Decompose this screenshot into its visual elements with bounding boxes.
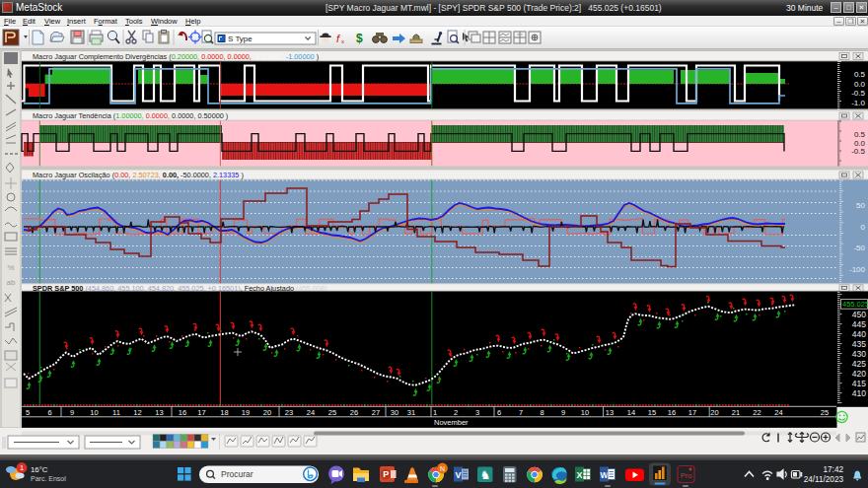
svg-text:25: 25 xyxy=(328,408,336,417)
svg-text:10: 10 xyxy=(581,408,589,417)
svg-text:November: November xyxy=(434,418,469,427)
svg-text:1: 1 xyxy=(20,463,24,472)
svg-text:-0.5: -0.5 xyxy=(851,89,865,98)
svg-text:0.0: 0.0 xyxy=(854,80,866,89)
svg-text:16°C: 16°C xyxy=(31,465,48,474)
svg-text:V: V xyxy=(455,470,461,480)
svg-text:$: $ xyxy=(356,32,363,45)
svg-text:1: 1 xyxy=(433,408,437,417)
svg-text:6: 6 xyxy=(497,408,501,417)
svg-text:430: 430 xyxy=(852,349,866,359)
svg-text:21: 21 xyxy=(732,408,740,417)
svg-text:♞: ♞ xyxy=(479,468,490,482)
svg-text:2: 2 xyxy=(454,408,458,417)
svg-text:-100: -100 xyxy=(849,265,866,274)
svg-text:11: 11 xyxy=(112,408,120,417)
svg-text:27: 27 xyxy=(372,408,380,417)
svg-text:Macro Jaguar Complemento Diver: Macro Jaguar Complemento Divergências (0… xyxy=(33,52,319,61)
svg-text:P: P xyxy=(383,469,389,479)
svg-text:17: 17 xyxy=(688,408,696,417)
svg-text:10: 10 xyxy=(90,408,98,417)
svg-text:%: % xyxy=(7,263,14,272)
svg-text:425: 425 xyxy=(852,359,866,369)
svg-text:435: 435 xyxy=(852,339,866,349)
svg-text:415: 415 xyxy=(852,379,866,388)
svg-text:13: 13 xyxy=(606,408,614,417)
svg-text:3: 3 xyxy=(475,408,479,417)
svg-text:-0.5: -0.5 xyxy=(851,147,865,156)
svg-text:24: 24 xyxy=(774,408,782,417)
svg-text:25: 25 xyxy=(821,408,829,417)
svg-text:440: 440 xyxy=(852,329,866,339)
svg-text:9: 9 xyxy=(561,408,565,417)
svg-text:9: 9 xyxy=(70,408,74,417)
svg-text:6: 6 xyxy=(47,408,51,417)
svg-text:410: 410 xyxy=(852,388,866,398)
svg-text:7: 7 xyxy=(519,408,523,417)
svg-text:20: 20 xyxy=(710,408,718,417)
svg-text:ab: ab xyxy=(7,278,16,287)
svg-text:23: 23 xyxy=(285,408,293,417)
svg-text:5: 5 xyxy=(26,408,30,417)
svg-text:16: 16 xyxy=(668,408,676,417)
svg-text:17:42: 17:42 xyxy=(824,465,844,474)
svg-text:0.5: 0.5 xyxy=(854,130,866,139)
svg-text:16: 16 xyxy=(179,408,186,417)
svg-text:f: f xyxy=(336,33,340,44)
svg-text:15: 15 xyxy=(648,408,656,417)
svg-text:0: 0 xyxy=(861,223,866,232)
svg-text:8: 8 xyxy=(540,408,543,417)
svg-text:31: 31 xyxy=(407,408,415,417)
svg-text:-50: -50 xyxy=(853,244,865,252)
svg-text:13: 13 xyxy=(155,408,163,417)
svg-text:450: 450 xyxy=(852,310,866,319)
svg-text:26: 26 xyxy=(350,408,358,417)
svg-text:0.0: 0.0 xyxy=(854,139,866,148)
svg-text:x: x xyxy=(341,38,344,44)
svg-text:Macro Jaguar Oscilação (0.00,: Macro Jaguar Oscilação (0.00, 2.50723, 0… xyxy=(33,171,244,179)
svg-text:X: X xyxy=(576,470,582,480)
svg-text:420: 420 xyxy=(852,369,866,379)
svg-text:445: 445 xyxy=(852,319,866,329)
svg-text:455.0250: 455.0250 xyxy=(842,300,868,309)
svg-text:Pro: Pro xyxy=(681,471,692,480)
svg-text:50: 50 xyxy=(856,201,865,210)
svg-text:30: 30 xyxy=(391,408,398,417)
svg-text:0.5: 0.5 xyxy=(854,70,866,79)
svg-text:19: 19 xyxy=(242,408,250,417)
svg-text:20: 20 xyxy=(263,408,271,417)
svg-text:17: 17 xyxy=(197,408,205,417)
svg-text:N: N xyxy=(440,465,445,472)
svg-text:12: 12 xyxy=(133,408,141,417)
svg-text:24: 24 xyxy=(307,408,315,417)
svg-text:Parc. Ensol: Parc. Ensol xyxy=(31,475,66,482)
svg-text:Procurar: Procurar xyxy=(221,469,253,479)
svg-text:22: 22 xyxy=(753,408,760,417)
svg-text:Macro Jaguar Tendência (1.0000: Macro Jaguar Tendência (1.00000, 0.0000,… xyxy=(33,111,228,120)
svg-text:S Type: S Type xyxy=(228,35,253,43)
svg-text:-1.0: -1.0 xyxy=(851,99,865,107)
svg-text:18: 18 xyxy=(220,408,228,417)
svg-text:14: 14 xyxy=(627,408,635,417)
svg-text:24/11/2023: 24/11/2023 xyxy=(804,475,844,484)
